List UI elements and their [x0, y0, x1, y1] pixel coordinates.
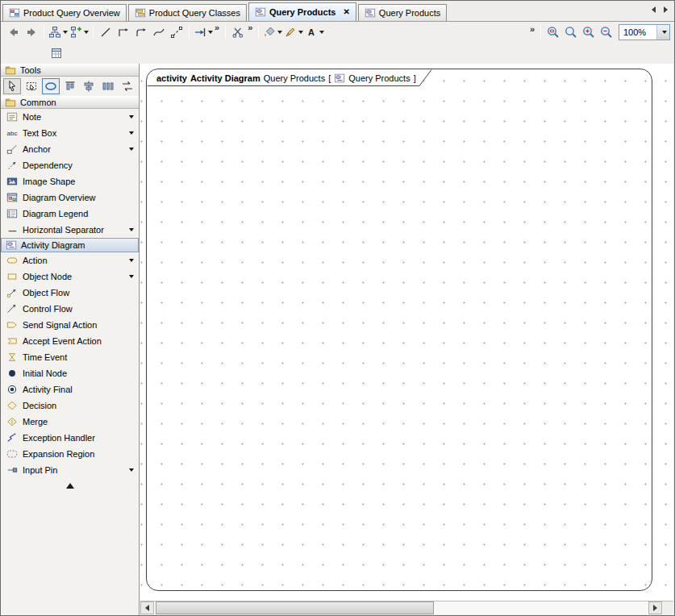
path-style-curved-button[interactable] [150, 23, 168, 41]
marquee-select-tool-button[interactable] [23, 78, 40, 94]
tab-query-products-active[interactable]: Query Products ✕ [248, 2, 356, 21]
toolbar-separator [225, 25, 226, 40]
tab-product-query-overview[interactable]: Product Query Overview [2, 4, 127, 21]
chevron-down-icon[interactable] [129, 228, 134, 231]
scrollbar-track[interactable] [154, 601, 648, 614]
palette-item-control-flow[interactable]: Control Flow [1, 301, 139, 317]
combobox-dropdown-button[interactable] [656, 25, 669, 40]
fill-color-button[interactable] [262, 23, 283, 41]
palette-item-text-box[interactable]: abc Text Box [1, 125, 139, 141]
scroll-left-button[interactable] [140, 601, 154, 614]
palette-item-note[interactable]: Note [1, 109, 139, 125]
swap-order-tool-button[interactable] [119, 78, 136, 94]
palette-item-accept-event-action[interactable]: Accept Event Action [1, 333, 139, 349]
select-tool-button[interactable] [3, 78, 21, 94]
path-style-rounded-button[interactable] [132, 23, 150, 41]
zoom-level-value: 100% [619, 27, 656, 37]
zoom-in-button[interactable] [580, 23, 598, 41]
chevron-down-icon[interactable] [129, 148, 134, 151]
toolbar-separator [258, 25, 259, 40]
palette-item-time-event[interactable]: Time Event [1, 349, 139, 365]
palette-item-activity-final[interactable]: Activity Final [1, 381, 139, 397]
zoom-fit-button[interactable] [544, 23, 562, 41]
diagram-legend-icon [5, 208, 19, 219]
palette-item-decision[interactable]: Decision [1, 397, 139, 414]
palette-item-label: Diagram Overview [23, 193, 95, 202]
diagram-frame: activity Activity Diagram Query Products… [146, 69, 652, 591]
palette-item-anchor[interactable]: Anchor [1, 141, 139, 157]
tab-query-products[interactable]: Query Products [358, 4, 447, 21]
chevron-down-icon[interactable] [129, 115, 134, 119]
toolbar-overflow-icon[interactable]: » [215, 23, 219, 32]
related-elements-button[interactable] [69, 23, 90, 41]
frame-diagram-name: Query Products [264, 73, 325, 83]
chevron-down-icon[interactable] [129, 468, 134, 472]
palette-item-input-pin[interactable]: Input Pin [1, 462, 139, 478]
zoom-out-button[interactable] [598, 23, 615, 41]
frame-diagram-type: Activity Diagram [190, 73, 260, 83]
palette-item-diagram-legend[interactable]: Diagram Legend [1, 206, 139, 222]
toolbar-separator [44, 25, 44, 40]
cut-button[interactable] [229, 23, 247, 41]
tab-label: Query Products [379, 8, 440, 18]
diagram-properties-button[interactable] [48, 44, 65, 62]
diagram-canvas[interactable]: activity Activity Diagram Query Products… [140, 64, 673, 601]
exception-handler-icon [5, 432, 19, 443]
oval-tool-button[interactable] [42, 78, 60, 94]
palette-item-horizontal-separator[interactable]: ---- Horizontal Separator [1, 222, 139, 238]
scroll-tabs-left-button[interactable] [652, 6, 656, 13]
palette-item-object-flow[interactable]: Object Flow [1, 285, 139, 301]
palette-item-diagram-overview[interactable]: Diagram Overview [1, 189, 139, 206]
toolbar-separator [93, 25, 94, 40]
hierarchy-layout-button[interactable] [48, 23, 69, 41]
path-style-rectilinear-button[interactable] [115, 23, 132, 41]
path-style-oblique-button[interactable] [168, 23, 185, 41]
palette-item-merge[interactable]: Merge [1, 414, 139, 430]
palette-item-label: Text Box [23, 128, 56, 138]
chevron-down-icon[interactable] [129, 131, 134, 135]
chevron-down-icon[interactable] [129, 259, 134, 262]
close-tab-icon[interactable]: ✕ [343, 8, 349, 16]
palette-section-activity-diagram[interactable]: Activity Diagram [1, 238, 139, 252]
forward-button[interactable] [23, 23, 40, 41]
horizontal-scrollbar [140, 601, 673, 614]
decision-icon [5, 400, 19, 411]
toolbar-separator [189, 25, 190, 40]
palette-item-image-shape[interactable]: Image Shape [1, 173, 139, 189]
align-top-tool-button[interactable] [61, 78, 79, 94]
zoom-level-combobox[interactable]: 100% [619, 24, 670, 40]
tab-product-query-classes[interactable]: Product Query Classes [128, 4, 247, 21]
palette-scroll-up-button[interactable] [66, 483, 74, 489]
back-button[interactable] [5, 23, 23, 41]
palette-item-label: Diagram Legend [23, 209, 88, 219]
palette-item-object-node[interactable]: Object Node [1, 268, 139, 285]
diagram-toolbar [1, 43, 674, 64]
palette-item-label: Dependency [23, 160, 73, 170]
zoom-actual-button[interactable] [562, 23, 580, 41]
toolbar-overflow-icon[interactable]: » [530, 24, 535, 34]
chevron-down-icon[interactable] [129, 275, 134, 278]
path-style-straight-button[interactable] [97, 23, 115, 41]
palette-item-initial-node[interactable]: Initial Node [1, 365, 139, 381]
toolbar-right-cluster: » 100% [529, 23, 670, 41]
align-center-tool-button[interactable] [80, 78, 98, 94]
font-color-letter: A [308, 27, 315, 37]
scroll-right-button[interactable] [648, 601, 662, 614]
palette-item-send-signal-action[interactable]: Send Signal Action [1, 317, 139, 333]
palette-item-expansion-region[interactable]: Expansion Region [1, 446, 139, 462]
distribute-tool-button[interactable] [99, 78, 117, 94]
autosize-button[interactable] [193, 23, 214, 41]
palette-item-label: Initial Node [23, 368, 67, 378]
input-pin-icon [5, 464, 19, 476]
palette-section-tools[interactable]: Tools [1, 64, 139, 77]
font-color-button[interactable]: A [304, 23, 325, 41]
palette-item-action[interactable]: Action [1, 252, 139, 268]
toolbar-overflow-icon[interactable]: » [248, 23, 252, 32]
scroll-tabs-right-button[interactable] [664, 6, 668, 13]
line-color-button[interactable] [283, 23, 304, 41]
scrollbar-thumb[interactable] [156, 601, 434, 614]
palette-item-exception-handler[interactable]: Exception Handler [1, 430, 139, 446]
palette-item-label: Merge [23, 417, 48, 427]
palette-section-common[interactable]: Common [1, 96, 139, 109]
palette-item-dependency[interactable]: Dependency [1, 157, 139, 173]
